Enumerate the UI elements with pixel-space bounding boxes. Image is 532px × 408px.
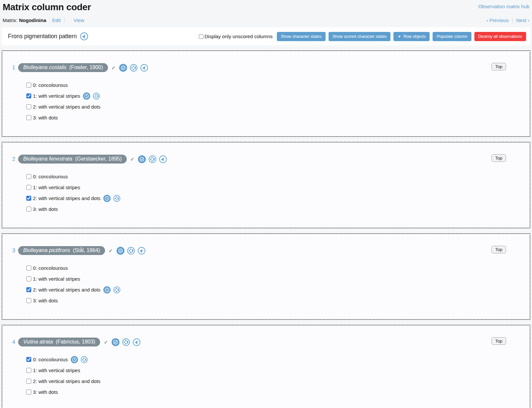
- taxon-panel: 2 Biolleyana fenestrata (Gerstaecker, 18…: [2, 142, 530, 228]
- top-button[interactable]: Top: [492, 154, 506, 162]
- state-checkbox[interactable]: [26, 357, 31, 362]
- clock-icon[interactable]: [103, 195, 111, 202]
- state-label: 2: with vertical stripes and dots: [33, 195, 100, 201]
- character-state-row: 1: with vertical stripes: [26, 273, 530, 284]
- taxon-author: (Fabricius, 1803): [54, 339, 95, 344]
- state-checkbox[interactable]: [26, 104, 31, 109]
- state-checkbox[interactable]: [26, 115, 31, 120]
- state-label: 2: with vertical stripes and dots: [33, 287, 100, 293]
- character-state-row: 0: concolourous: [26, 354, 530, 365]
- state-checkbox[interactable]: [26, 379, 31, 384]
- clock-icon[interactable]: [71, 356, 78, 363]
- character-state-row: 2: with vertical stripes and dots: [26, 376, 530, 387]
- radial-navigator-icon[interactable]: [133, 338, 141, 346]
- character-state-row: 0: concolourous: [26, 171, 530, 182]
- panel-header: 1 Biolleyana costalis (Fowler, 1900) ✓: [12, 63, 530, 72]
- character-state-row: 3: with dots: [26, 204, 530, 215]
- destroy-all-observations-button[interactable]: Destroy all observations: [474, 32, 526, 41]
- character-state-row: 1: with vertical stripes: [26, 90, 530, 101]
- radial-annotator-icon[interactable]: [81, 356, 88, 363]
- radial-navigator-icon[interactable]: [138, 247, 146, 255]
- taxon-pill: Biolleyana costalis (Fowler, 1900): [18, 63, 108, 72]
- state-label: 2: with vertical stripes and dots: [33, 104, 100, 110]
- taxon-pill: Vutina atrata (Fabricius, 1803): [18, 338, 100, 346]
- matrix-bar: Matrix: Nogodinina Edit View ‹ Previous …: [3, 17, 529, 23]
- radial-annotator-icon[interactable]: [127, 247, 135, 255]
- state-checkbox[interactable]: [26, 390, 31, 395]
- state-checkbox[interactable]: [26, 368, 31, 373]
- column-title: Frons pigmentation pattern: [8, 33, 77, 40]
- edit-link[interactable]: Edit: [52, 17, 61, 23]
- column-navigate-icon[interactable]: [80, 32, 88, 40]
- state-label: 0: concolourous: [33, 265, 68, 271]
- character-state-row: 2: with vertical stripes and dots: [26, 193, 530, 204]
- radial-annotator-icon[interactable]: [93, 92, 100, 100]
- scored-check-mark: ✓: [104, 339, 108, 345]
- view-link[interactable]: View: [73, 17, 84, 23]
- taxon-author: (Gerstaecker, 1895): [74, 156, 122, 162]
- radial-annotator-icon[interactable]: [122, 338, 130, 346]
- next-link[interactable]: Next ›: [516, 17, 529, 23]
- state-checkbox[interactable]: [26, 93, 31, 98]
- show-character-states-button[interactable]: Show character states: [277, 32, 326, 41]
- toolbar: Frons pigmentation pattern Display only …: [2, 27, 530, 45]
- radial-navigator-icon[interactable]: [140, 64, 148, 72]
- radial-annotator-icon[interactable]: [130, 64, 138, 72]
- character-state-row: 0: concolourous: [26, 263, 530, 273]
- scored-check-mark: ✓: [109, 248, 113, 254]
- radial-annotator-icon[interactable]: [113, 195, 120, 202]
- panel-header: 2 Biolleyana fenestrata (Gerstaecker, 18…: [12, 155, 530, 164]
- state-checkbox[interactable]: [26, 174, 31, 179]
- character-state-row: 3: with dots: [26, 295, 530, 306]
- state-checkbox[interactable]: [26, 185, 31, 190]
- state-checkbox[interactable]: [26, 287, 31, 292]
- matrix-name: Nogodinina: [19, 17, 46, 23]
- state-label: 1: with vertical stripes: [33, 93, 80, 99]
- display-only-unscored-checkbox[interactable]: [199, 34, 203, 39]
- state-checkbox[interactable]: [26, 266, 31, 270]
- show-scored-character-states-button[interactable]: Show scored character states: [329, 32, 391, 41]
- state-label: 3: with dots: [33, 389, 58, 395]
- row-number: 3: [12, 247, 15, 254]
- radial-annotator-icon[interactable]: [148, 155, 156, 163]
- state-label: 3: with dots: [33, 298, 58, 303]
- confidence-icon[interactable]: [119, 64, 127, 72]
- state-label: 1: with vertical stripes: [33, 185, 80, 190]
- confidence-icon[interactable]: [112, 338, 120, 346]
- radial-navigator-icon[interactable]: [159, 155, 167, 163]
- scored-check-mark: ✓: [112, 65, 116, 71]
- state-checkbox[interactable]: [26, 196, 31, 201]
- character-state-row: 3: with dots: [26, 112, 530, 123]
- top-button[interactable]: Top: [492, 63, 506, 70]
- state-checkbox[interactable]: [26, 298, 31, 303]
- state-checkbox[interactable]: [26, 207, 31, 212]
- divider: [64, 18, 65, 23]
- taxon-author: (Fowler, 1900): [68, 64, 103, 70]
- row-objects-button[interactable]: Row objects: [393, 32, 430, 41]
- top-button[interactable]: Top: [492, 246, 506, 253]
- observation-matrix-hub-link[interactable]: Observation matrix hub: [478, 4, 529, 9]
- taxon-name: Biolleyana fenestrata: [23, 156, 72, 162]
- state-list: 0: concolourous 1: with vertical stripes: [12, 80, 530, 123]
- top-button[interactable]: Top: [492, 337, 506, 345]
- state-label: 0: concolourous: [33, 357, 68, 362]
- confidence-icon[interactable]: [117, 247, 124, 255]
- populate-column-button[interactable]: Populate column: [433, 32, 471, 41]
- previous-link[interactable]: ‹ Previous: [486, 17, 509, 23]
- radial-annotator-icon[interactable]: [113, 286, 120, 293]
- taxon-panel: 4 Vutina atrata (Fabricius, 1803) ✓: [2, 325, 530, 408]
- scored-icons: [103, 286, 120, 293]
- state-list: 0: concolourous 1: with vertical stripes: [12, 354, 530, 397]
- character-state-row: 2: with vertical stripes and dots: [26, 284, 530, 295]
- display-only-unscored-checkbox-label: Display only unscored columns: [199, 34, 273, 39]
- character-state-row: 1: with vertical stripes: [26, 182, 530, 193]
- confidence-icon[interactable]: [138, 155, 146, 163]
- taxon-panel: 1 Biolleyana costalis (Fowler, 1900) ✓: [2, 50, 530, 137]
- clock-icon[interactable]: [83, 92, 90, 100]
- state-checkbox[interactable]: [26, 276, 31, 281]
- state-label: 0: concolourous: [33, 174, 68, 179]
- clock-icon[interactable]: [103, 286, 111, 293]
- taxon-name: Vutina atrata: [23, 339, 53, 344]
- state-checkbox[interactable]: [26, 83, 31, 88]
- row-number: 4: [12, 339, 15, 345]
